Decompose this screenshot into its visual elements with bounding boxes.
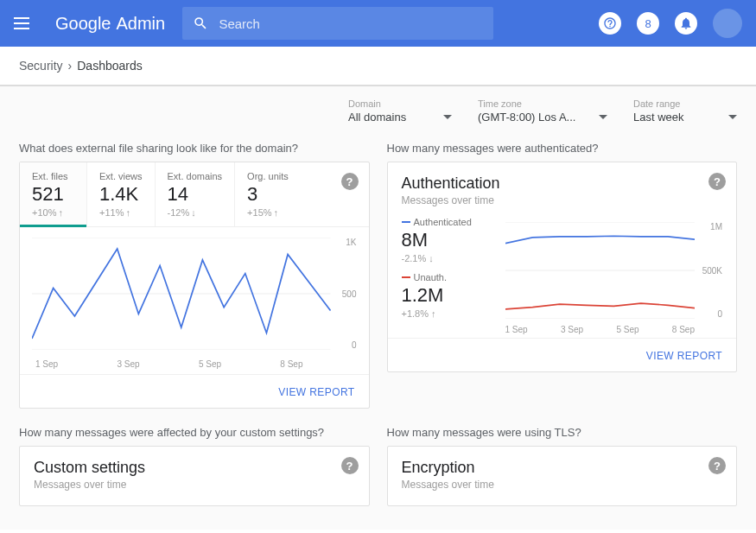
filter-timezone-value: (GMT-8:00) Los A... (478, 111, 575, 124)
tab-ext-views[interactable]: Ext. views 1.4K +11% (87, 162, 156, 226)
section-external-sharing: What does external file sharing look lik… (19, 142, 370, 409)
card-subtitle: Messages over time (402, 479, 723, 491)
account-icon[interactable]: 8 (637, 12, 659, 35)
avatar[interactable] (713, 9, 742, 38)
view-report-link[interactable]: VIEW REPORT (278, 386, 354, 398)
logo[interactable]: Google Admin (55, 14, 165, 34)
filter-domain[interactable]: Domain All domains (348, 98, 452, 126)
caret-down-icon (728, 113, 737, 122)
section-custom-settings: How many messages were affected by your … (19, 426, 370, 506)
stat-unauth: Unauth. 1.2M +1.8% ↑ (402, 272, 495, 319)
section-title: How many messages were affected by your … (19, 426, 370, 439)
logo-admin: Admin (117, 14, 166, 34)
search-box[interactable] (182, 7, 493, 40)
card-external-sharing: ? Ext. files 521 +10% Ext. views 1.4K +1… (19, 162, 370, 409)
filter-daterange[interactable]: Date range Last week (633, 98, 737, 126)
filter-domain-label: Domain (348, 98, 452, 109)
menu-icon[interactable] (14, 13, 35, 34)
breadcrumb: Security › Dashboards (0, 47, 756, 86)
caret-down-icon (599, 113, 607, 122)
card-help-icon[interactable]: ? (341, 457, 359, 474)
filter-domain-value: All domains (348, 111, 406, 124)
help-icon[interactable] (599, 12, 621, 35)
card-title: Authentication (402, 174, 723, 193)
caret-down-icon (443, 113, 452, 122)
filter-bar: Domain All domains Time zone (GMT-8:00) … (19, 86, 737, 142)
card-help-icon[interactable]: ? (708, 173, 726, 190)
filter-timezone[interactable]: Time zone (GMT-8:00) Los A... (478, 98, 607, 126)
topbar-actions: 8 (599, 9, 742, 38)
card-encryption: ? Encryption Messages over time (387, 446, 738, 506)
breadcrumb-parent[interactable]: Security (19, 59, 63, 73)
search-input[interactable] (219, 16, 483, 31)
section-encryption: How many messages were using TLS? ? Encr… (387, 426, 738, 506)
search-icon (193, 15, 208, 32)
card-subtitle: Messages over time (402, 194, 723, 206)
stat-authenticated: Authenticated 8M -2.1% ↓ (402, 217, 495, 263)
card-help-icon[interactable]: ? (708, 457, 726, 474)
card-help-icon[interactable]: ? (341, 173, 359, 190)
chart-authentication: 1M 500K 0 (505, 217, 723, 338)
card-authentication: ? Authentication Messages over time Auth… (387, 162, 738, 372)
topbar: Google Admin 8 (0, 0, 756, 47)
tab-ext-domains[interactable]: Ext. domains 14 -12% (156, 162, 236, 226)
metric-tabs: Ext. files 521 +10% Ext. views 1.4K +11%… (20, 162, 369, 227)
card-title: Custom settings (34, 459, 355, 477)
notifications-icon[interactable] (675, 12, 697, 35)
filter-daterange-label: Date range (633, 98, 737, 109)
tab-org-units[interactable]: Org. units 3 +15% (235, 162, 302, 226)
view-report-link[interactable]: VIEW REPORT (646, 350, 722, 362)
logo-google: Google (55, 14, 111, 34)
card-custom-settings: ? Custom settings Messages over time (19, 446, 370, 506)
card-subtitle: Messages over time (34, 479, 355, 491)
section-authentication: How many messages were authenticated? ? … (387, 142, 738, 409)
chevron-right-icon: › (68, 59, 73, 73)
chart-external-sharing: 1K 500 0 1 Sep 3 Sep (20, 227, 369, 374)
content-area: Domain All domains Time zone (GMT-8:00) … (0, 86, 756, 530)
breadcrumb-current: Dashboards (77, 59, 143, 73)
legend-swatch (402, 276, 410, 278)
card-title: Encryption (402, 459, 723, 477)
section-title: How many messages were using TLS? (387, 426, 738, 439)
legend-swatch (402, 221, 410, 223)
tab-ext-files[interactable]: Ext. files 521 +10% (20, 162, 87, 226)
section-title: How many messages were authenticated? (387, 142, 738, 155)
filter-timezone-label: Time zone (478, 98, 607, 109)
section-title: What does external file sharing look lik… (19, 142, 370, 155)
filter-daterange-value: Last week (633, 111, 684, 124)
